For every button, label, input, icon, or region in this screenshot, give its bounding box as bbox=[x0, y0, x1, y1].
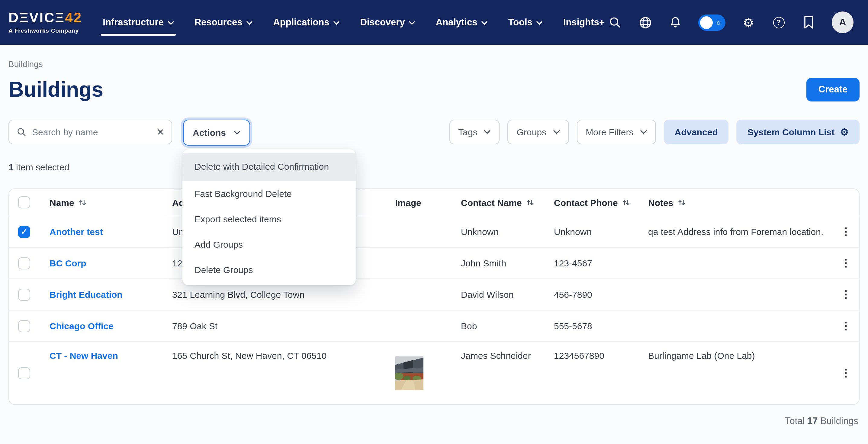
actions-dropdown-button[interactable]: Actions bbox=[183, 120, 250, 146]
chevron-down-icon bbox=[482, 21, 488, 25]
column-header-contact-name[interactable]: Contact Name bbox=[454, 197, 547, 208]
groups-filter-button[interactable]: Groups bbox=[508, 120, 569, 145]
menu-item-export-selected-items[interactable]: Export selected items bbox=[182, 207, 356, 232]
create-button[interactable]: Create bbox=[806, 77, 860, 101]
advanced-button[interactable]: Advanced bbox=[664, 120, 729, 145]
row-menu-kebab-icon[interactable]: ⋮ bbox=[837, 368, 859, 378]
column-header-name[interactable]: Name bbox=[42, 197, 165, 208]
chevron-down-icon bbox=[484, 130, 491, 134]
settings-gear-icon[interactable]: ⚙ bbox=[741, 15, 756, 30]
column-header-notes[interactable]: Notes bbox=[641, 197, 837, 208]
column-header-image: Image bbox=[388, 197, 454, 208]
chevron-down-icon bbox=[553, 130, 560, 134]
contact-phone-cell: 1234567890 bbox=[547, 342, 641, 361]
row-menu-kebab-icon[interactable]: ⋮ bbox=[837, 289, 859, 299]
breadcrumb[interactable]: Buildings bbox=[8, 59, 860, 69]
theme-toggle[interactable]: ☼ bbox=[698, 14, 725, 31]
nav-item-infrastructure[interactable]: Infrastructure bbox=[103, 0, 174, 45]
menu-item-delete-groups[interactable]: Delete Groups bbox=[182, 257, 356, 283]
bookmark-icon[interactable] bbox=[802, 15, 816, 30]
notes-cell: qa test Address info from Foreman locati… bbox=[641, 226, 837, 237]
nav-item-discovery[interactable]: Discovery bbox=[360, 0, 415, 45]
building-name-link[interactable]: CT - New Haven bbox=[50, 350, 118, 361]
main-content: Buildings Buildings Create ✕ Actions Tag… bbox=[0, 45, 868, 426]
actions-dropdown-menu: Delete with Detailed Confirmation Fast B… bbox=[182, 149, 356, 285]
row-checkbox[interactable] bbox=[18, 257, 30, 269]
sort-icon bbox=[526, 198, 534, 206]
address-cell: 321 Learning Blvd, College Town bbox=[165, 289, 388, 299]
device42-logo[interactable]: DΞVICΞ42 A Freshworks Company bbox=[8, 11, 82, 34]
chevron-down-icon bbox=[537, 21, 543, 25]
table-header-row: Name Address Image Contact Name Contact … bbox=[9, 189, 859, 216]
nav-item-resources[interactable]: Resources bbox=[194, 0, 253, 45]
contact-name-cell: Unknown bbox=[454, 226, 547, 237]
row-checkbox[interactable] bbox=[18, 320, 30, 332]
address-cell: 789 Oak St bbox=[165, 321, 388, 331]
page-title: Buildings bbox=[8, 75, 103, 104]
table-row: Bright Education 321 Learning Blvd, Coll… bbox=[9, 279, 859, 311]
toolbar: ✕ Actions Tags Groups More Filters bbox=[8, 120, 860, 146]
sort-icon bbox=[79, 198, 86, 206]
sort-icon bbox=[622, 198, 630, 206]
gear-icon: ⚙ bbox=[840, 127, 849, 137]
menu-item-fast-background-delete[interactable]: Fast Background Delete bbox=[182, 181, 356, 207]
buildings-table: Name Address Image Contact Name Contact … bbox=[8, 188, 860, 405]
nav-item-tools[interactable]: Tools bbox=[508, 0, 543, 45]
chevron-down-icon bbox=[640, 130, 647, 134]
chevron-down-icon bbox=[246, 21, 252, 25]
header-checkbox-cell bbox=[9, 196, 42, 209]
filters-group: Tags Groups More Filters Advanced System… bbox=[449, 120, 860, 145]
building-name-link[interactable]: Chicago Office bbox=[50, 321, 114, 331]
notifications-bell-icon[interactable] bbox=[668, 15, 683, 30]
contact-name-cell: David Wilson bbox=[454, 289, 547, 299]
select-all-checkbox[interactable] bbox=[18, 196, 30, 209]
contact-name-cell: John Smith bbox=[454, 258, 547, 268]
sun-icon: ☼ bbox=[715, 17, 722, 27]
top-navigation-bar: DΞVICΞ42 A Freshworks Company Infrastruc… bbox=[0, 0, 868, 45]
chevron-down-icon bbox=[409, 21, 415, 25]
search-icon[interactable] bbox=[608, 15, 622, 30]
search-box[interactable]: ✕ bbox=[8, 120, 172, 145]
total-count-label: Total 17 Buildings bbox=[8, 416, 860, 426]
row-menu-kebab-icon[interactable]: ⋮ bbox=[837, 321, 859, 331]
clear-search-icon[interactable]: ✕ bbox=[157, 127, 164, 137]
row-menu-kebab-icon[interactable]: ⋮ bbox=[837, 226, 859, 237]
contact-phone-cell: 123-4567 bbox=[547, 258, 641, 268]
contact-phone-cell: Unknown bbox=[547, 226, 641, 237]
table-row: BC Corp 123 N John Smith 123-4567 ⋮ bbox=[9, 248, 859, 279]
contact-name-cell: James Schneider bbox=[454, 342, 547, 361]
more-filters-button[interactable]: More Filters bbox=[577, 120, 656, 145]
row-checkbox[interactable]: ✓ bbox=[18, 226, 30, 238]
main-menu: Infrastructure Resources Applications Di… bbox=[103, 0, 604, 45]
help-icon[interactable]: ? bbox=[771, 15, 786, 30]
theme-toggle-knob bbox=[700, 16, 713, 29]
row-checkbox[interactable] bbox=[18, 288, 30, 300]
system-column-list-button[interactable]: System Column List ⚙ bbox=[737, 120, 860, 145]
nav-item-insights-plus[interactable]: Insights+ bbox=[563, 0, 604, 45]
menu-item-delete-with-detailed-confirmation[interactable]: Delete with Detailed Confirmation bbox=[182, 153, 356, 181]
tags-filter-button[interactable]: Tags bbox=[449, 120, 499, 145]
building-photo-thumbnail[interactable] bbox=[395, 356, 424, 390]
nav-item-applications[interactable]: Applications bbox=[273, 0, 339, 45]
chevron-down-icon bbox=[234, 130, 240, 135]
table-row: Chicago Office 789 Oak St Bob 555-5678 ⋮ bbox=[9, 311, 859, 342]
nav-icon-group: ☼ ⚙ ? A bbox=[608, 11, 854, 33]
nav-item-analytics[interactable]: Analytics bbox=[436, 0, 488, 45]
logo-subtitle: A Freshworks Company bbox=[8, 27, 82, 34]
logo-accent-42: 42 bbox=[65, 11, 82, 25]
menu-item-add-groups[interactable]: Add Groups bbox=[182, 232, 356, 257]
row-checkbox[interactable] bbox=[18, 367, 30, 379]
search-input[interactable] bbox=[32, 127, 151, 137]
globe-icon[interactable] bbox=[638, 15, 652, 30]
building-name-link[interactable]: Bright Education bbox=[50, 289, 123, 299]
building-name-link[interactable]: Another test bbox=[50, 226, 103, 237]
address-cell: 165 Church St, New Haven, CT 06510 bbox=[165, 342, 388, 361]
building-name-link[interactable]: BC Corp bbox=[50, 258, 86, 268]
contact-phone-cell: 456-7890 bbox=[547, 289, 641, 299]
row-menu-kebab-icon[interactable]: ⋮ bbox=[837, 258, 859, 268]
selection-status: 1 item selected bbox=[8, 162, 860, 172]
user-avatar[interactable]: A bbox=[832, 11, 854, 33]
table-row: ✓ Another test Unknown Unknown Unknown q… bbox=[9, 216, 859, 248]
logo-text: DΞVICΞ bbox=[8, 11, 65, 25]
column-header-contact-phone[interactable]: Contact Phone bbox=[547, 197, 641, 208]
